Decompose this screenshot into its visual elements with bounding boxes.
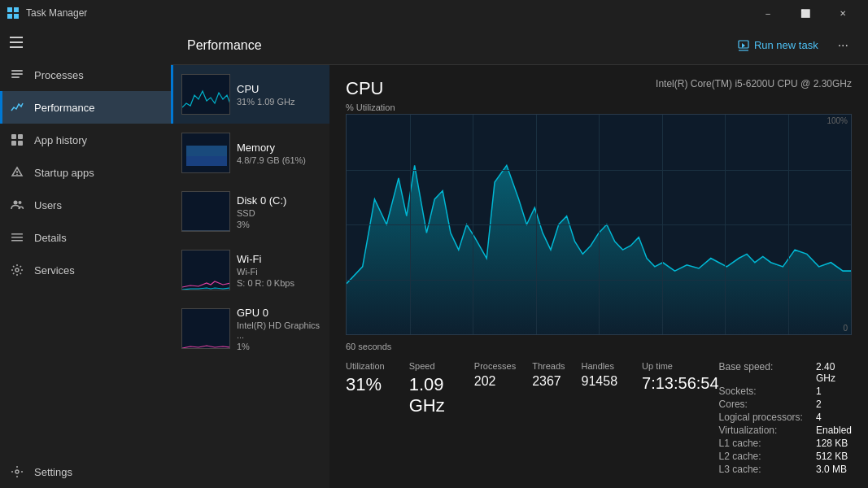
uptime-value: 7:13:56:54 (642, 374, 719, 393)
svg-rect-5 (11, 73, 23, 75)
title-bar: Task Manager – ⬜ ✕ (0, 0, 868, 26)
stat-utilization: Utilization 31% (346, 361, 385, 475)
gpu-device-sub1: Intel(R) HD Graphics ... (237, 320, 321, 340)
virtualization-val: Enabled (816, 425, 852, 436)
grid-line-v2 (473, 115, 473, 334)
settings-icon (10, 464, 24, 479)
close-button[interactable]: ✕ (824, 0, 861, 26)
sidebar: Processes Performance App history (0, 26, 171, 488)
svg-rect-4 (11, 70, 23, 72)
app-container: Processes Performance App history (0, 26, 868, 488)
sidebar-item-services[interactable]: Services (0, 254, 171, 286)
services-icon (10, 263, 24, 277)
device-item-disk[interactable]: Disk 0 (C:) SSD 3% (171, 182, 329, 241)
run-new-task-label: Run new task (754, 39, 818, 51)
device-item-gpu[interactable]: GPU 0 Intel(R) HD Graphics ... 1% (171, 299, 329, 358)
device-list: CPU 31% 1.09 GHz Memory (171, 65, 329, 488)
disk-mini-thumb (181, 191, 230, 232)
cpu-header: CPU Intel(R) Core(TM) i5-6200U CPU @ 2.3… (346, 78, 852, 99)
more-options-button[interactable]: ··· (835, 35, 852, 56)
window-controls: – ⬜ ✕ (749, 0, 861, 26)
svg-rect-17 (11, 237, 23, 238)
cores-val: 2 (816, 399, 852, 410)
stat-uptime: Up time 7:13:56:54 (642, 361, 719, 475)
svg-rect-0 (7, 7, 12, 12)
sidebar-label-users: Users (34, 199, 62, 211)
l2-key: L2 cache: (719, 451, 803, 462)
l2-val: 512 KB (816, 451, 852, 462)
disk-device-name: Disk 0 (C:) (237, 194, 321, 207)
grid-line-v7 (788, 115, 789, 334)
content-header: Performance Run new task ··· (171, 26, 868, 65)
svg-rect-8 (18, 134, 23, 139)
stat-handles: Handles 91458 (582, 361, 618, 389)
speed-label: Speed (409, 361, 450, 371)
wifi-mini-thumb (181, 250, 230, 290)
svg-rect-16 (11, 233, 23, 235)
sidebar-label-performance: Performance (34, 102, 94, 114)
app-history-icon (10, 133, 24, 147)
cpu-info: CPU 31% 1.09 GHz (237, 83, 321, 107)
svg-rect-3 (14, 14, 19, 19)
sidebar-label-settings: Settings (34, 466, 72, 478)
svg-rect-10 (18, 141, 23, 146)
sockets-val: 1 (816, 386, 852, 397)
svg-rect-18 (11, 240, 23, 242)
sidebar-toggle[interactable] (0, 26, 171, 59)
handles-value: 91458 (582, 374, 618, 389)
memory-info: Memory 4.8/7.9 GB (61%) (237, 142, 321, 165)
svg-rect-25 (186, 156, 227, 166)
performance-icon (10, 100, 24, 115)
users-icon (10, 198, 24, 212)
util-value: 31% (346, 374, 385, 395)
sidebar-item-app-history[interactable]: App history (0, 124, 171, 156)
cpu-detail-panel: CPU Intel(R) Core(TM) i5-6200U CPU @ 2.3… (329, 65, 868, 488)
graph-max-label: 100% (827, 116, 848, 125)
app-icon (7, 7, 20, 20)
grid-line-v6 (725, 115, 726, 334)
svg-rect-6 (11, 76, 20, 78)
svg-rect-1 (14, 7, 19, 12)
base-speed-val: 2.40 GHz (816, 361, 852, 384)
graph-time-label: 60 seconds (346, 342, 852, 351)
cpu-mini-thumb (181, 74, 230, 115)
run-new-task-button[interactable]: Run new task (731, 36, 825, 54)
sidebar-item-details[interactable]: Details (0, 221, 171, 254)
device-item-memory[interactable]: Memory 4.8/7.9 GB (61%) (171, 124, 329, 182)
cores-key: Cores: (719, 399, 803, 410)
startup-icon (10, 165, 24, 180)
l1-key: L1 cache: (719, 438, 803, 449)
minimize-button[interactable]: – (749, 0, 787, 26)
sidebar-item-processes[interactable]: Processes (0, 59, 171, 91)
maximize-button[interactable]: ⬜ (787, 0, 824, 26)
sidebar-label-details: Details (34, 232, 67, 244)
cpu-device-sub: 31% 1.09 GHz (237, 97, 321, 107)
graph-min-label: 0 (843, 324, 848, 333)
sidebar-label-processes: Processes (34, 69, 84, 81)
content-title: Performance (187, 38, 731, 53)
sidebar-item-startup[interactable]: Startup apps (0, 156, 171, 189)
cpu-specs: Base speed: 2.40 GHz Sockets: 1 Cores: 2… (719, 361, 852, 475)
memory-device-sub: 4.8/7.9 GB (61%) (237, 155, 321, 165)
sidebar-label-app-history: App history (34, 134, 87, 146)
cpu-model: Intel(R) Core(TM) i5-6200U CPU @ 2.30GHz (656, 78, 852, 89)
sockets-key: Sockets: (719, 386, 803, 397)
performance-container: CPU 31% 1.09 GHz Memory (171, 65, 868, 488)
gpu-device-name: GPU 0 (237, 307, 321, 319)
sidebar-item-settings[interactable]: Settings (0, 455, 171, 488)
disk-device-sub2: 3% (237, 220, 321, 229)
svg-point-19 (15, 268, 19, 272)
l3-key: L3 cache: (719, 464, 803, 475)
uptime-label: Up time (642, 361, 719, 371)
processes-icon (10, 68, 24, 82)
main-content: Performance Run new task ··· (171, 26, 868, 488)
device-item-wifi[interactable]: Wi-Fi Wi-Fi S: 0 R: 0 Kbps (171, 241, 329, 299)
mem-mini-thumb (181, 133, 230, 173)
stats-bottom: Utilization 31% Speed 1.09 GHz (346, 361, 852, 475)
sidebar-item-performance[interactable]: Performance (0, 91, 171, 124)
sidebar-spacer (0, 286, 171, 455)
stats-left: Utilization 31% Speed 1.09 GHz (346, 361, 719, 475)
sidebar-item-users[interactable]: Users (0, 189, 171, 221)
device-item-cpu[interactable]: CPU 31% 1.09 GHz (171, 65, 329, 124)
grid-line-v4 (599, 115, 600, 334)
